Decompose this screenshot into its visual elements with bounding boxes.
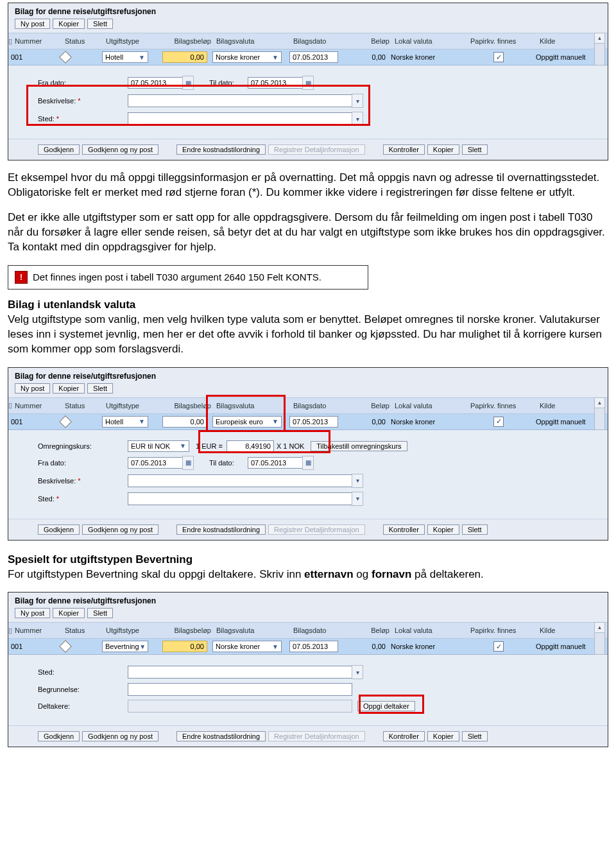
details-area: Omregningskurs: EUR til NOK▼ 1 EUR = 8,4…: [8, 430, 608, 519]
attachments-panel-1: Bilag for denne reise/utgiftsrefusjonen …: [8, 3, 608, 160]
calendar-icon[interactable]: ▦: [182, 456, 194, 470]
utgiftstype-dropdown[interactable]: Bevertning▼: [102, 641, 148, 652]
conversion-label: Omregningskurs:: [38, 442, 128, 450]
paragraph-3: Velg utgiftstype som vanlig, men velg hv…: [8, 313, 608, 357]
copy-row-button[interactable]: Kopier: [427, 524, 459, 535]
table-header-row: ▯ Nummer Status Utgiftstype Bilagsbeløp …: [8, 622, 608, 639]
new-post-button[interactable]: Ny post: [15, 608, 50, 618]
bilagsdato-input[interactable]: 07.05.2013: [289, 641, 338, 652]
approve-button[interactable]: Godkjenn: [38, 731, 80, 741]
til-dato-input[interactable]: 07.05.2013: [248, 77, 303, 89]
scroll-up-icon[interactable]: ▲: [595, 623, 604, 633]
table-header-row: ▯ Nummer Status Utgiftstype Bilagsbeløp …: [8, 397, 608, 414]
value-help-icon[interactable]: ▾: [352, 665, 363, 679]
check-button[interactable]: Kontroller: [383, 144, 425, 155]
copy-button[interactable]: Kopier: [53, 383, 85, 394]
calendar-icon[interactable]: ▦: [182, 76, 194, 90]
add-participant-button[interactable]: Oppgi deltaker: [357, 701, 415, 711]
check-button[interactable]: Kontroller: [383, 524, 425, 535]
vertical-scrollbar[interactable]: ▲: [594, 622, 605, 655]
attachments-panel-2: Bilag for denne reise/utgiftsrefusjonen …: [8, 367, 608, 541]
papirkv-checkbox[interactable]: ✓: [493, 641, 504, 652]
rate-suffix: X 1 NOK: [277, 442, 304, 450]
bilagsdato-input[interactable]: 07.05.2013: [289, 51, 338, 63]
beskrivelse-input[interactable]: [128, 94, 352, 107]
fra-dato-input[interactable]: 07.05.2013: [128, 457, 183, 469]
panel-toolbar: Ny post Kopier Slett: [8, 608, 608, 622]
approve-button[interactable]: Godkjenn: [38, 524, 80, 535]
table-row[interactable]: 001 Bevertning▼ 0,00 Norske kroner▼ 07.0…: [8, 639, 608, 655]
value-help-icon[interactable]: ▾: [352, 94, 363, 108]
register-detail-button: Registrer Detaljinformasjon: [268, 524, 365, 535]
col-lokalvaluta: Lokal valuta: [392, 33, 468, 49]
rate-input[interactable]: 8,49190: [227, 440, 274, 452]
new-post-button[interactable]: Ny post: [15, 19, 50, 29]
scroll-up-icon[interactable]: ▲: [595, 33, 604, 44]
begrunnelse-input[interactable]: [128, 683, 352, 696]
chevron-down-icon: ▼: [271, 418, 280, 425]
vertical-scrollbar[interactable]: ▲: [594, 33, 605, 65]
begrunnelse-label: Begrunnelse:: [38, 686, 128, 693]
approve-button[interactable]: Godkjenn: [38, 144, 80, 155]
utgiftstype-dropdown[interactable]: Hotell▼: [102, 416, 148, 428]
register-detail-button: Registrer Detaljinformasjon: [268, 731, 365, 741]
papirkv-checkbox[interactable]: ✓: [493, 52, 504, 62]
bilagsvaluta-dropdown[interactable]: Europeisk euro▼: [212, 416, 282, 428]
col-utgiftstype: Utgiftstype: [103, 33, 158, 49]
delete-row-button[interactable]: Slett: [462, 524, 488, 535]
bilagsvaluta-dropdown[interactable]: Norske kroner▼: [212, 641, 282, 652]
value-help-icon[interactable]: ▾: [352, 492, 363, 506]
action-bar: Godkjenn Godkjenn og ny post Endre kostn…: [8, 139, 608, 160]
new-post-button[interactable]: Ny post: [15, 383, 50, 394]
error-message-box: ! Det finnes ingen post i tabell T030 ar…: [8, 265, 368, 290]
panel-title: Bilag for denne reise/utgiftsrefusjonen: [8, 3, 608, 19]
approve-new-button[interactable]: Godkjenn og ny post: [82, 731, 158, 741]
papirkv-checkbox[interactable]: ✓: [493, 417, 504, 427]
paragraph-1: Et eksempel hvor du må oppgi tilleggsinf…: [8, 171, 608, 200]
currency-pair-dropdown[interactable]: EUR til NOK▼: [128, 440, 189, 452]
value-help-icon[interactable]: ▾: [352, 474, 363, 488]
delete-button[interactable]: Slett: [87, 19, 113, 29]
beskrivelse-input[interactable]: [128, 474, 352, 487]
table-row[interactable]: 001 Hotell▼ 0,00 Europeisk euro▼ 07.05.2…: [8, 414, 608, 430]
sted-input[interactable]: [128, 112, 352, 125]
bilagsbelop-input[interactable]: 0,00: [162, 51, 207, 63]
change-cost-button[interactable]: Endre kostnadstilordning: [176, 731, 266, 741]
check-button[interactable]: Kontroller: [383, 731, 425, 741]
paragraph-4: For utgiftstypen Bevertning skal du oppg…: [8, 567, 608, 582]
panel-toolbar: Ny post Kopier Slett: [8, 19, 608, 33]
copy-row-button[interactable]: Kopier: [427, 731, 459, 741]
bilagsbelop-input[interactable]: 0,00: [162, 641, 207, 652]
copy-row-button[interactable]: Kopier: [427, 144, 459, 155]
til-dato-input[interactable]: 07.05.2013: [248, 457, 303, 469]
bilagsvaluta-dropdown[interactable]: Norske kroner▼: [212, 51, 282, 63]
copy-button[interactable]: Kopier: [53, 608, 85, 618]
col-nummer: Nummer: [12, 33, 62, 49]
col-bilagsvaluta: Bilagsvaluta: [214, 33, 291, 49]
value-help-icon[interactable]: ▾: [352, 112, 363, 126]
calendar-icon[interactable]: ▦: [302, 76, 314, 90]
delete-button[interactable]: Slett: [87, 608, 113, 618]
calendar-icon[interactable]: ▦: [302, 456, 314, 470]
change-cost-button[interactable]: Endre kostnadstilordning: [176, 524, 266, 535]
bilagsdato-input[interactable]: 07.05.2013: [289, 416, 338, 428]
chevron-down-icon: ▼: [271, 643, 280, 650]
table-row[interactable]: 001 Hotell▼ 0,00 Norske kroner▼ 07.05.20…: [8, 49, 608, 65]
sted-input[interactable]: [128, 492, 352, 505]
reset-rate-button[interactable]: Tilbakestill omregningskurs: [311, 441, 407, 451]
delete-row-button[interactable]: Slett: [462, 731, 488, 741]
delete-button[interactable]: Slett: [87, 383, 113, 394]
fra-dato-input[interactable]: 07.05.2013: [128, 77, 183, 89]
change-cost-button[interactable]: Endre kostnadstilordning: [176, 144, 266, 155]
bilagsbelop-input[interactable]: 0,00: [162, 416, 207, 428]
approve-new-button[interactable]: Godkjenn og ny post: [82, 524, 158, 535]
delete-row-button[interactable]: Slett: [462, 144, 488, 155]
copy-button[interactable]: Kopier: [53, 19, 85, 29]
status-diamond-icon: [59, 51, 72, 64]
sted-input[interactable]: [128, 666, 352, 679]
cell-belop: 0,00: [372, 53, 386, 61]
scroll-up-icon[interactable]: ▲: [595, 398, 604, 408]
approve-new-button[interactable]: Godkjenn og ny post: [82, 144, 158, 155]
utgiftstype-dropdown[interactable]: Hotell▼: [102, 51, 148, 63]
vertical-scrollbar[interactable]: ▲: [594, 397, 605, 430]
